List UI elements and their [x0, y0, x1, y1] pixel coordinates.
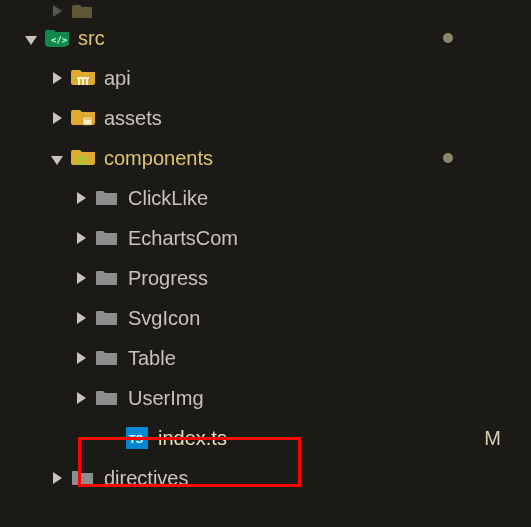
tree-item-label: EchartsCom [128, 218, 238, 258]
tree-item-label: UserImg [128, 378, 204, 418]
svg-text:TS: TS [129, 433, 143, 445]
svg-rect-3 [86, 79, 88, 85]
tree-item-svgicon[interactable]: SvgIcon [0, 298, 531, 338]
svg-text:</>: </> [51, 35, 68, 45]
folder-icon [94, 347, 120, 369]
chevron-right-icon [70, 227, 92, 249]
folder-icon [94, 227, 120, 249]
tree-item-src[interactable]: </> src [0, 18, 531, 58]
svg-rect-9 [78, 161, 82, 165]
twisty-placeholder [100, 427, 122, 449]
chevron-right-icon [46, 67, 68, 89]
chevron-right-icon [70, 187, 92, 209]
chevron-down-icon [46, 147, 68, 169]
folder-components-icon [70, 147, 96, 169]
tree-item-label: SvgIcon [128, 298, 200, 338]
svg-rect-4 [77, 77, 89, 79]
chevron-right-icon [70, 387, 92, 409]
chevron-right-icon [70, 267, 92, 289]
chevron-right-icon [46, 467, 68, 489]
tree-item-label: src [78, 18, 105, 58]
tree-item-userimg[interactable]: UserImg [0, 378, 531, 418]
tree-item-label: components [104, 138, 213, 178]
tree-item-label: index.ts [158, 418, 227, 458]
svg-rect-2 [82, 79, 84, 85]
tree-item-assets[interactable]: assets [0, 98, 531, 138]
tree-item-api[interactable]: api [0, 58, 531, 98]
folder-icon [94, 307, 120, 329]
folder-assets-icon [70, 107, 96, 129]
folder-icon [94, 267, 120, 289]
chevron-right-icon [46, 4, 68, 18]
tree-item-index-ts[interactable]: TS index.ts M [0, 418, 531, 458]
chevron-right-icon [70, 307, 92, 329]
svg-rect-1 [78, 79, 80, 85]
chevron-right-icon [46, 107, 68, 129]
folder-icon [94, 387, 120, 409]
svg-rect-10 [83, 161, 87, 165]
tree-item-clicklike[interactable]: ClickLike [0, 178, 531, 218]
folder-icon [70, 467, 96, 489]
folder-icon [94, 187, 120, 209]
status-modified-letter: M [484, 427, 501, 450]
tree-item-echartscom[interactable]: EchartsCom [0, 218, 531, 258]
tree-item-progress[interactable]: Progress [0, 258, 531, 298]
file-explorer-tree: </> src api assets [0, 0, 531, 498]
svg-rect-8 [83, 156, 87, 160]
tree-item-label: assets [104, 98, 162, 138]
typescript-file-icon: TS [124, 427, 150, 449]
tree-item-table[interactable]: Table [0, 338, 531, 378]
svg-rect-6 [84, 118, 91, 120]
tree-item[interactable] [0, 4, 531, 18]
folder-api-icon [70, 67, 96, 89]
folder-icon [70, 4, 96, 18]
status-modified-dot-icon [443, 153, 453, 163]
tree-item-label: api [104, 58, 131, 98]
svg-rect-7 [78, 156, 82, 160]
tree-item-directives[interactable]: directives [0, 458, 531, 498]
tree-item-label: Progress [128, 258, 208, 298]
tree-item-label: directives [104, 458, 188, 498]
status-modified-dot-icon [443, 33, 453, 43]
folder-src-icon: </> [44, 27, 70, 49]
tree-item-components[interactable]: components [0, 138, 531, 178]
tree-item-label: ClickLike [128, 178, 208, 218]
chevron-down-icon [20, 27, 42, 49]
chevron-right-icon [70, 347, 92, 369]
tree-item-label: Table [128, 338, 176, 378]
